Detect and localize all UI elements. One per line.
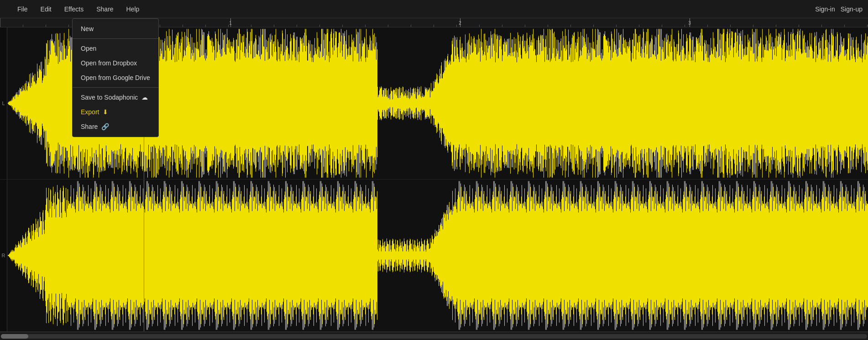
file-dropdown: New Open Open from Dropbox Open from Goo…: [72, 18, 159, 137]
channel-label-right: R: [0, 180, 7, 331]
dropdown-item-new[interactable]: New: [73, 21, 158, 36]
dropdown-item-save[interactable]: Save to Sodaphonic ☁: [73, 90, 158, 105]
scrollbar-track[interactable]: [1, 334, 867, 339]
channel-right: R: [0, 180, 868, 332]
sign-in-link[interactable]: Sign-in: [815, 5, 835, 13]
dropdown-item-open[interactable]: Open: [73, 41, 158, 56]
scrollbar[interactable]: [0, 332, 868, 340]
scrollbar-thumb[interactable]: [1, 334, 28, 339]
dropdown-divider-1: [73, 38, 158, 39]
nav-item-help[interactable]: Help: [124, 4, 142, 15]
nav-menu: File Edit Effects Share Help: [15, 4, 815, 15]
dropdown-divider-2: [73, 87, 158, 88]
nav-right: Sign-in Sign-up: [815, 5, 863, 13]
navbar: File Edit Effects Share Help Sign-in Sig…: [0, 0, 868, 18]
dropdown-item-open-gdrive[interactable]: Open from Google Drive: [73, 70, 158, 85]
dropdown-item-export[interactable]: Export ⬇: [73, 105, 158, 119]
nav-item-effects[interactable]: Effects: [62, 4, 87, 15]
sign-up-link[interactable]: Sign-up: [841, 5, 863, 13]
channel-canvas-right[interactable]: [7, 180, 868, 331]
right-waveform-canvas: [7, 180, 868, 331]
nav-item-file[interactable]: File: [15, 4, 31, 15]
dropdown-item-share[interactable]: Share 🔗: [73, 119, 158, 134]
dropdown-item-open-dropbox[interactable]: Open from Dropbox: [73, 56, 158, 70]
nav-item-edit[interactable]: Edit: [38, 4, 54, 15]
nav-item-share[interactable]: Share: [94, 4, 116, 15]
channel-label-left: L: [0, 27, 7, 179]
